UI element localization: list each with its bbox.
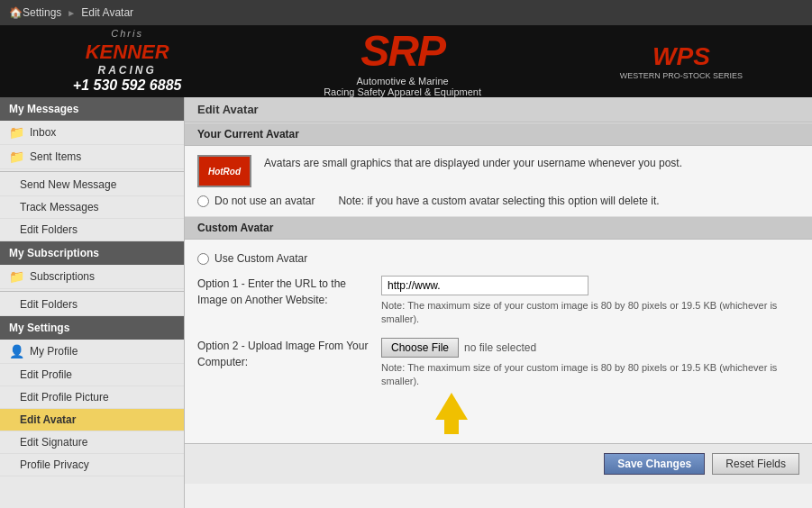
banner-left-brand: KENNER (73, 41, 182, 64)
avatar-image: HotRod (197, 155, 251, 187)
option2-label: Option 2 - Upload Image From Your Comput… (197, 338, 369, 370)
content-header: Edit Avatar (185, 97, 812, 122)
option1-label: Option 1 - Enter the URL to the Image on… (197, 276, 369, 308)
edit-avatar-label: Edit Avatar (20, 413, 76, 426)
use-custom-label: Use Custom Avatar (214, 252, 307, 265)
folder-icon-subs: 📁 (9, 269, 24, 284)
custom-avatar-title: Custom Avatar (185, 216, 812, 240)
banner-center: SRP Automotive & Marine Racing Safety Ap… (324, 26, 481, 97)
track-label: Track Messages (20, 201, 99, 213)
folder-icon: 📁 (9, 125, 24, 140)
sidebar-item-sent[interactable]: 📁 Sent Items (0, 145, 184, 169)
option1-input-area: Note: The maximum size of your custom im… (381, 276, 799, 327)
save-button[interactable]: Save Changes (604, 453, 705, 475)
sidebar-item-profile-privacy[interactable]: Profile Privacy (0, 454, 184, 476)
nav-separator: ► (67, 8, 76, 18)
sidebar-item-inbox[interactable]: 📁 Inbox (0, 121, 184, 145)
banner-right-sub: WESTERN PRO-STOCK SERIES (620, 71, 743, 80)
banner-right: WPS WESTERN PRO-STOCK SERIES (620, 42, 743, 80)
sidebar-item-edit-folders2[interactable]: Edit Folders (0, 294, 184, 316)
banner-left-phone: +1 530 592 6885 (73, 77, 182, 94)
main-layout: My Messages 📁 Inbox 📁 Sent Items Send Ne… (0, 97, 812, 508)
no-avatar-label: Do not use an avatar (214, 195, 315, 207)
person-icon: 👤 (9, 344, 24, 358)
folder-icon-sent: 📁 (9, 150, 24, 164)
banner-left: Chris KENNER RACING +1 530 592 6885 (69, 25, 186, 97)
arrow-stem (444, 418, 459, 434)
no-avatar-radio[interactable] (197, 195, 209, 207)
banner-left-racing: RACING (73, 64, 182, 77)
arrow-up (435, 393, 468, 420)
inbox-label: Inbox (30, 126, 56, 139)
url-input[interactable] (381, 276, 588, 295)
edit-folders-label: Edit Folders (20, 223, 78, 236)
avatar-description: Avatars are small graphics that are disp… (264, 155, 682, 171)
no-avatar-row: Do not use an avatar Note: if you have a… (197, 195, 799, 207)
sidebar-item-edit-profile[interactable]: Edit Profile (0, 364, 184, 386)
profile-privacy-label: Profile Privacy (20, 458, 89, 471)
sidebar-item-track[interactable]: Track Messages (0, 196, 184, 219)
home-icon[interactable]: 🏠 (9, 6, 23, 19)
edit-folders2-label: Edit Folders (20, 298, 78, 311)
send-new-label: Send New Message (20, 178, 116, 191)
my-messages-header: My Messages (0, 97, 184, 121)
sidebar-item-my-profile[interactable]: 👤 My Profile (0, 340, 184, 364)
edit-profile-label: Edit Profile (20, 368, 72, 381)
banner-center-line1: Automotive & Marine (324, 76, 481, 86)
banner: Chris KENNER RACING +1 530 592 6885 SRP … (0, 25, 812, 97)
sent-items-label: Sent Items (30, 150, 81, 163)
arrow-container (381, 389, 799, 434)
sidebar-item-send-new[interactable]: Send New Message (0, 174, 184, 196)
no-file-text: no file selected (464, 341, 536, 354)
option1-row: Option 1 - Enter the URL to the Image on… (197, 276, 799, 327)
edit-profile-picture-label: Edit Profile Picture (20, 391, 109, 404)
top-nav: 🏠 Settings ► Edit Avatar (0, 0, 812, 25)
my-settings-header: My Settings (0, 316, 184, 340)
sidebar-item-edit-signature[interactable]: Edit Signature (0, 431, 184, 454)
sidebar-item-edit-folders[interactable]: Edit Folders (0, 219, 184, 241)
current-avatar-title: Your Current Avatar (185, 122, 812, 146)
arrow-indicator (435, 393, 468, 434)
my-subscriptions-header: My Subscriptions (0, 241, 184, 265)
reset-button[interactable]: Reset Fields (712, 453, 799, 475)
edit-signature-label: Edit Signature (20, 436, 87, 449)
banner-center-srp: SRP (324, 26, 481, 76)
option2-input-area: Choose File no file selected Note: The m… (381, 338, 799, 434)
option2-row: Option 2 - Upload Image From Your Comput… (197, 338, 799, 434)
no-avatar-note: Note: if you have a custom avatar select… (338, 195, 659, 207)
nav-current: Edit Avatar (81, 6, 133, 19)
current-avatar-body: HotRod Avatars are small graphics that a… (185, 146, 812, 216)
sidebar-item-edit-profile-picture[interactable]: Edit Profile Picture (0, 386, 184, 409)
use-custom-row: Use Custom Avatar (197, 252, 799, 265)
banner-right-wps: WPS (620, 42, 743, 71)
sidebar-item-edit-avatar[interactable]: Edit Avatar (0, 409, 184, 431)
nav-home-label[interactable]: Settings (23, 6, 61, 19)
choose-file-row: Choose File no file selected (381, 338, 799, 358)
banner-left-name: Chris (73, 28, 182, 40)
sidebar-item-subscriptions[interactable]: 📁 Subscriptions (0, 265, 184, 289)
subscriptions-label: Subscriptions (30, 270, 95, 283)
content-area: Edit Avatar Your Current Avatar HotRod A… (185, 97, 812, 508)
option1-note: Note: The maximum size of your custom im… (381, 299, 799, 327)
use-custom-radio[interactable] (197, 253, 209, 265)
footer-buttons: Save Changes Reset Fields (185, 443, 812, 484)
custom-avatar-body: Use Custom Avatar Option 1 - Enter the U… (185, 240, 812, 443)
my-profile-label: My Profile (30, 345, 78, 358)
sidebar: My Messages 📁 Inbox 📁 Sent Items Send Ne… (0, 97, 185, 508)
choose-file-button[interactable]: Choose File (381, 338, 459, 358)
banner-center-line2: Racing Safety Apparel & Equipment (324, 86, 481, 97)
avatar-current-row: HotRod Avatars are small graphics that a… (197, 155, 799, 187)
option2-note: Note: The maximum size of your custom im… (381, 361, 799, 389)
